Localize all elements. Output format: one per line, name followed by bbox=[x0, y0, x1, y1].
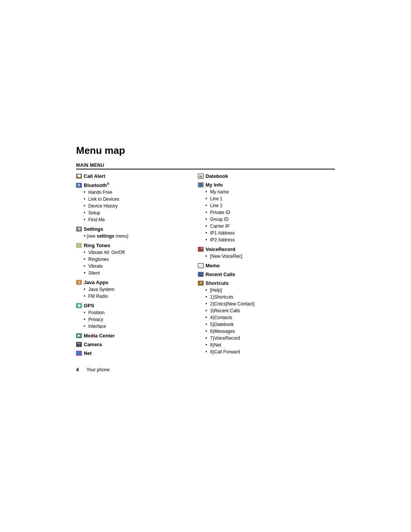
net-icon: 🌐 bbox=[76, 351, 82, 356]
page: Menu map MAIN MENU ☎ Call Alert B Blueto… bbox=[0, 0, 411, 532]
list-item: 2)Cntcs[New Contact] bbox=[206, 300, 304, 307]
memo-label: Memo bbox=[206, 263, 220, 268]
list-item: Group ID bbox=[206, 216, 304, 223]
menu-item-media-center: ▶ Media Center bbox=[76, 333, 183, 339]
footer-label: Your phone bbox=[86, 367, 110, 372]
list-item: Private ID bbox=[206, 209, 304, 216]
settings-note: • (see settings menu) bbox=[76, 233, 183, 240]
content-area: Menu map MAIN MENU ☎ Call Alert B Blueto… bbox=[76, 145, 335, 372]
menu-item-memo: 📄 Memo bbox=[198, 263, 304, 268]
menu-item-title-java-apps: J Java Apps bbox=[76, 280, 183, 285]
page-title: Menu map bbox=[76, 145, 335, 157]
ring-tones-label: Ring Tones bbox=[84, 243, 110, 248]
menu-item-title-bluetooth: B Bluetooth® bbox=[76, 182, 183, 188]
list-item: Java System bbox=[84, 286, 183, 293]
bluetooth-sublist: Hands Free Link to Devices Device Histor… bbox=[76, 189, 183, 223]
menu-item-title-camera: 📷 Camera bbox=[76, 342, 183, 347]
list-item: 5)Datebook bbox=[206, 321, 304, 328]
list-item: 6)Messages bbox=[206, 328, 304, 335]
menu-item-java-apps: J Java Apps Java System FM Radio bbox=[76, 280, 183, 300]
menu-columns: ☎ Call Alert B Bluetooth® Hands Free Lin… bbox=[76, 173, 335, 359]
list-item: Privacy bbox=[84, 316, 183, 323]
media-center-icon: ▶ bbox=[76, 333, 82, 338]
right-column: 31 Datebook 👤 My Info My name Line 1 Lin… bbox=[198, 173, 304, 358]
menu-item-title-ring-tones: ♪ Ring Tones bbox=[76, 243, 183, 248]
call-alert-label: Call Alert bbox=[84, 173, 105, 179]
menu-item-voice-record: 🎤 VoiceRecord [New VoiceRec] bbox=[198, 246, 304, 260]
menu-item-gps: ◉ GPS Position Privacy Interface bbox=[76, 303, 183, 330]
menu-item-title-net: 🌐 Net bbox=[76, 350, 183, 356]
voice-record-sublist: [New VoiceRec] bbox=[198, 253, 304, 260]
menu-item-camera: 📷 Camera bbox=[76, 342, 183, 347]
menu-item-title-voice-record: 🎤 VoiceRecord bbox=[198, 246, 304, 252]
list-item: 7)VoiceRecord bbox=[206, 335, 304, 342]
java-apps-sublist: Java System FM Radio bbox=[76, 286, 183, 300]
camera-label: Camera bbox=[84, 342, 102, 347]
recent-calls-icon: 📞 bbox=[198, 272, 204, 277]
voice-record-icon: 🎤 bbox=[198, 247, 204, 252]
recent-calls-label: Recent Calls bbox=[206, 272, 235, 277]
list-item: Vibrate All: On/Off bbox=[84, 249, 183, 256]
call-alert-icon: ☎ bbox=[76, 174, 82, 179]
shortcuts-label: Shortcuts bbox=[206, 280, 229, 286]
list-item: [Help] bbox=[206, 287, 304, 294]
menu-item-my-info: 👤 My Info My name Line 1 Line 2 Private … bbox=[198, 182, 304, 243]
menu-item-title-my-info: 👤 My Info bbox=[198, 182, 304, 188]
list-item: Hands Free bbox=[84, 189, 183, 196]
left-column: ☎ Call Alert B Bluetooth® Hands Free Lin… bbox=[76, 173, 183, 359]
list-item: Carrier IP bbox=[206, 223, 304, 230]
shortcuts-icon: ⚡ bbox=[198, 281, 204, 286]
menu-item-net: 🌐 Net bbox=[76, 350, 183, 356]
shortcuts-sublist: [Help] 1)Shortcuts 2)Cntcs[New Contact] … bbox=[198, 287, 304, 355]
menu-item-title-memo: 📄 Memo bbox=[198, 263, 304, 268]
list-item: Silent bbox=[84, 270, 183, 276]
bluetooth-icon: B bbox=[76, 183, 82, 188]
list-item: Ringtones bbox=[84, 256, 183, 263]
list-item: Link to Devices bbox=[84, 196, 183, 203]
list-item: 8)Net bbox=[206, 342, 304, 348]
page-footer: 4 Your phone bbox=[76, 367, 335, 372]
menu-item-title-shortcuts: ⚡ Shortcuts bbox=[198, 280, 304, 286]
net-label: Net bbox=[84, 350, 92, 356]
memo-icon: 📄 bbox=[198, 263, 204, 268]
list-item: My name bbox=[206, 189, 304, 195]
my-info-label: My Info bbox=[206, 182, 223, 188]
my-info-icon: 👤 bbox=[198, 182, 204, 187]
section-header: MAIN MENU bbox=[76, 163, 335, 169]
settings-icon: ⚙ bbox=[76, 227, 82, 232]
list-item: 3)Recent Calls bbox=[206, 307, 304, 314]
list-item: Line 1 bbox=[206, 195, 304, 202]
menu-item-title-settings: ⚙ Settings bbox=[76, 226, 183, 232]
menu-item-recent-calls: 📞 Recent Calls bbox=[198, 272, 304, 277]
menu-item-shortcuts: ⚡ Shortcuts [Help] 1)Shortcuts 2)Cntcs[N… bbox=[198, 280, 304, 355]
list-item: 9)Call Forward bbox=[206, 348, 304, 355]
bluetooth-registered: ® bbox=[107, 182, 110, 186]
list-item: Vibrate bbox=[84, 263, 183, 270]
menu-item-title-call-alert: ☎ Call Alert bbox=[76, 173, 183, 179]
list-item: 1)Shortcuts bbox=[206, 294, 304, 300]
list-item: Line 2 bbox=[206, 202, 304, 209]
list-item: Device History bbox=[84, 203, 183, 209]
camera-icon: 📷 bbox=[76, 342, 82, 347]
java-apps-label: Java Apps bbox=[84, 280, 108, 285]
list-item: IP2 Address bbox=[206, 236, 304, 243]
menu-item-ring-tones: ♪ Ring Tones Vibrate All: On/Off Rington… bbox=[76, 243, 183, 276]
list-item: [New VoiceRec] bbox=[206, 253, 304, 260]
datebook-label: Datebook bbox=[206, 173, 228, 179]
media-center-label: Media Center bbox=[84, 333, 115, 339]
gps-label: GPS bbox=[84, 303, 94, 308]
list-item: IP1 Address bbox=[206, 230, 304, 236]
footer-page-number: 4 bbox=[76, 367, 79, 372]
menu-item-bluetooth: B Bluetooth® Hands Free Link to Devices … bbox=[76, 182, 183, 223]
settings-label: Settings bbox=[84, 226, 103, 232]
gps-icon: ◉ bbox=[76, 303, 82, 308]
my-info-sublist: My name Line 1 Line 2 Private ID Group I… bbox=[198, 189, 304, 243]
menu-item-title-gps: ◉ GPS bbox=[76, 303, 183, 308]
menu-item-title-recent-calls: 📞 Recent Calls bbox=[198, 272, 304, 277]
java-apps-icon: J bbox=[76, 280, 82, 285]
menu-item-call-alert: ☎ Call Alert bbox=[76, 173, 183, 179]
list-item: Setup bbox=[84, 209, 183, 216]
menu-item-datebook: 31 Datebook bbox=[198, 173, 304, 179]
menu-item-title-media-center: ▶ Media Center bbox=[76, 333, 183, 339]
menu-item-title-datebook: 31 Datebook bbox=[198, 173, 304, 179]
